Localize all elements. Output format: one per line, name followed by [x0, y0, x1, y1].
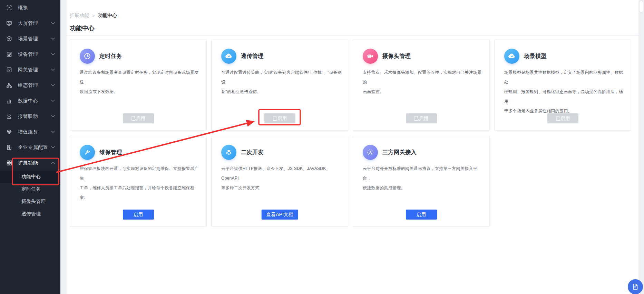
sidebar-item-label: 设备管理: [18, 51, 38, 58]
chevron-down-icon: [51, 69, 55, 71]
scrollbar-track: [638, 0, 644, 294]
sidebar-item-label: 网关管理: [18, 67, 38, 73]
card-title: 场景模型: [524, 53, 547, 60]
chevron-down-icon: [51, 115, 55, 118]
card-secondary-development: 二次开发 云平台提供HTTP推送、命令下发、JS SDK、JAVASDK、Ope…: [211, 136, 348, 227]
sidebar-item-label: 概览: [18, 5, 28, 11]
screen-icon: [6, 20, 12, 26]
sidebar-item-label: 增值服务: [18, 129, 38, 135]
enabled-button[interactable]: 已启用: [547, 113, 578, 123]
clock-icon: [80, 49, 95, 64]
card-title: 定时任务: [99, 53, 122, 60]
overview-icon: [6, 5, 12, 11]
submenu-item-scheduled-tasks[interactable]: 定时任务: [0, 183, 60, 195]
view-api-docs-button[interactable]: 查看API文档: [261, 210, 298, 220]
chevron-down-icon: [51, 131, 55, 133]
page-title: 功能中心: [70, 24, 95, 32]
breadcrumb-parent[interactable]: 扩展功能: [70, 12, 89, 19]
sidebar-item-data-center[interactable]: 数据中心: [0, 93, 60, 109]
enable-button[interactable]: 启用: [123, 210, 154, 220]
card-title: 摄像头管理: [382, 53, 411, 60]
card-passthrough: 透传管理 可通过配置透传策略，实现"设备到客户端软件/上位机"、"设备到设 备"…: [211, 40, 348, 131]
feature-card-grid: 定时任务 通过给设备和场景变量设置定时任务，实现定时向设备或场景发送 数据流或下…: [70, 40, 631, 227]
sidebar-item-extensions[interactable]: 扩展功能: [0, 155, 60, 171]
sidebar-item-label: 数据中心: [18, 98, 38, 104]
card-maintenance: 维保管理 维保管理板块的开通，可实现对设备的定期维保。支持报警后产生 工单，维修…: [70, 136, 207, 227]
alarm-icon: [6, 113, 12, 119]
sidebar-item-gateway[interactable]: 网关管理: [0, 62, 60, 78]
enabled-button[interactable]: 已启用: [123, 113, 154, 123]
chevron-down-icon: [51, 146, 55, 149]
layers-icon: [221, 145, 236, 160]
submenu-item-feature-center[interactable]: 功能中心: [0, 171, 60, 183]
sidebar-item-scene[interactable]: 场景管理: [0, 31, 60, 47]
card-description: 维保管理板块的开通，可实现对设备的定期维保。支持报警后产生 工单，维修人员接工单…: [80, 164, 203, 202]
chevron-down-icon: [51, 22, 55, 24]
card-title: 透传管理: [241, 53, 264, 60]
main-content: 扩展功能 > 功能中心 功能中心 定时任务 通过给设备和场景变量设置定时任务，实…: [67, 0, 638, 294]
topology-icon: [6, 82, 12, 88]
enabled-button-highlighted[interactable]: 已启用: [264, 113, 295, 123]
card-scene-model: 场景模型 场景模型是场景共性数据模型，定义了场景内的业务属性、数据处 理规则、报…: [494, 40, 631, 131]
sidebar-item-label: 企业专属配置: [18, 144, 48, 151]
chevron-up-icon: [51, 162, 55, 164]
header-divider: [67, 36, 638, 36]
gateway-icon: [6, 67, 12, 73]
building-icon: [6, 144, 12, 150]
bar-chart-icon: [6, 98, 12, 104]
scene-icon: [6, 36, 12, 42]
sidebar-item-enterprise-config[interactable]: 企业专属配置: [0, 140, 60, 155]
wrench-icon: [80, 145, 95, 160]
card-camera-management: 摄像头管理 支持萤石、禾木摄像头添加、配置等管理，实现对自己关注场景的 画面监控…: [353, 40, 490, 131]
chevron-down-icon: [51, 38, 55, 40]
sidebar-item-big-screen[interactable]: 大屏管理: [0, 16, 60, 31]
sidebar-item-label: 场景管理: [18, 36, 38, 42]
submenu-item-passthrough[interactable]: 透传管理: [0, 208, 60, 220]
device-icon: [6, 51, 12, 57]
cloud-sync-icon: [221, 49, 236, 64]
breadcrumb-separator-icon: >: [92, 13, 95, 18]
card-title: 三方网关接入: [382, 149, 417, 156]
card-title: 维保管理: [99, 149, 122, 156]
camera-icon: [363, 49, 378, 64]
breadcrumb: 扩展功能 > 功能中心: [70, 12, 117, 19]
card-third-party-gateway: 三方网关接入 云平台对外开放标准的网关通讯协议，支持第三方网关接入平台， 便捷数…: [353, 136, 490, 227]
sidebar-item-label: 报警联动: [18, 113, 38, 120]
app-window: 概览 大屏管理 场景管理 设备: [0, 0, 644, 294]
sidebar-item-label: 扩展功能: [18, 160, 38, 166]
network-icon: [363, 145, 378, 160]
chevron-down-icon: [51, 100, 55, 102]
document-icon: [632, 283, 639, 291]
sidebar-item-label: 组态管理: [18, 82, 38, 89]
docs-float-button[interactable]: [628, 279, 643, 294]
enabled-button[interactable]: 已启用: [406, 113, 437, 123]
sidebar-gutter: [60, 0, 67, 294]
sidebar-item-label: 大屏管理: [18, 20, 38, 27]
submenu-item-camera-management[interactable]: 摄像头管理: [0, 195, 60, 208]
cloud-sync-icon: [504, 49, 519, 64]
sidebar-item-device[interactable]: 设备管理: [0, 47, 60, 62]
sidebar: 概览 大屏管理 场景管理 设备: [0, 0, 60, 294]
scrollbar-thumb[interactable]: [639, 1, 643, 12]
card-description: 可通过配置透传策略，实现"设备到客户端软件/上位机"、"设备到设 备"的相互透传…: [221, 68, 344, 97]
enable-button[interactable]: 启用: [406, 210, 437, 220]
sidebar-submenu: 功能中心 定时任务 摄像头管理 透传管理: [0, 171, 60, 220]
chevron-down-icon: [51, 84, 55, 87]
card-description: 云平台对外开放标准的网关通讯协议，支持第三方网关接入平台， 便捷数据的集成管理。: [363, 164, 486, 193]
breadcrumb-current: 功能中心: [98, 12, 117, 19]
sidebar-item-value-added[interactable]: 增值服务: [0, 124, 60, 140]
card-title: 二次开发: [241, 149, 264, 156]
gem-icon: [6, 129, 12, 135]
card-scheduled-tasks: 定时任务 通过给设备和场景变量设置定时任务，实现定时向设备或场景发送 数据流或下…: [70, 40, 207, 131]
sidebar-item-topology[interactable]: 组态管理: [0, 78, 60, 93]
card-description: 支持萤石、禾木摄像头添加、配置等管理，实现对自己关注场景的 画面监控。: [363, 68, 486, 97]
sidebar-item-alarm[interactable]: 报警联动: [0, 109, 60, 124]
sidebar-item-overview[interactable]: 概览: [0, 0, 60, 16]
grid-icon: [6, 160, 12, 166]
chevron-down-icon: [51, 53, 55, 55]
card-description: 通过给设备和场景变量设置定时任务，实现定时向设备或场景发送 数据流或下发数据。: [80, 68, 203, 97]
card-description: 场景模型是场景共性数据模型，定义了场景内的业务属性、数据处 理规则、报警规则、可…: [504, 68, 627, 116]
card-description: 云平台提供HTTP推送、命令下发、JS SDK、JAVASDK、OpenAPI …: [221, 164, 344, 193]
